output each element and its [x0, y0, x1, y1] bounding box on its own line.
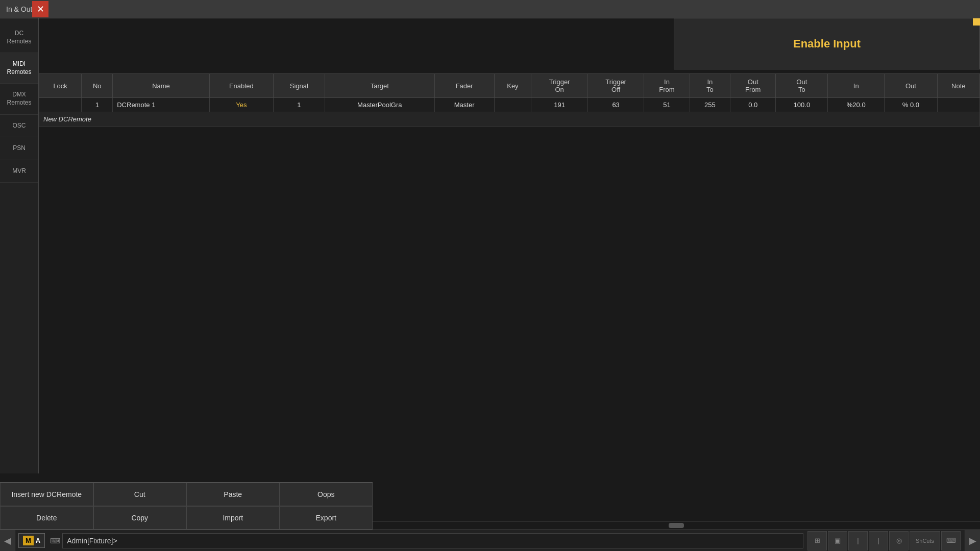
col-no: No [82, 74, 113, 98]
col-lock: Lock [39, 74, 82, 98]
sidebar-item-label: MVR [12, 167, 26, 176]
cut-button[interactable]: Cut [93, 483, 187, 506]
cell-in-to: 255 [690, 98, 730, 112]
display-icon[interactable]: ▣ [828, 531, 847, 550]
status-bar: ◀ M A ⌨ Admin[Fixture]> ⊞ ▣ | | ◎ ShCuts… [0, 530, 980, 551]
cell-key [494, 98, 531, 112]
divider-icon-1: | [848, 531, 868, 550]
sidebar-item-midi-remotes[interactable]: MIDIRemotes [0, 53, 38, 84]
toolbar-row-2: Delete Copy Import Export [0, 506, 373, 530]
network-icon[interactable]: ⊞ [807, 531, 827, 550]
cell-out-to: 100.0 [776, 98, 828, 112]
enable-input-indicator [973, 18, 980, 26]
export-button[interactable]: Export [280, 506, 373, 530]
enable-input-panel: Enable Input [674, 18, 980, 69]
col-target: Target [325, 74, 434, 98]
cell-in: %20.0 [828, 98, 885, 112]
col-fader: Fader [434, 74, 494, 98]
bottom-toolbar: Insert new DCRemote Cut Paste Oops Delet… [0, 482, 373, 530]
paste-button[interactable]: Paste [186, 483, 280, 506]
ma-badge: M A [18, 533, 45, 548]
cell-out-from: 0.0 [730, 98, 776, 112]
sidebar-item-mvr[interactable]: MVR [0, 160, 38, 183]
dc-remotes-label: DCRemotes [7, 30, 31, 45]
close-button[interactable]: ✕ [32, 1, 48, 17]
enable-input-button[interactable]: Enable Input [793, 37, 861, 51]
nav-right-button[interactable]: ▶ [965, 530, 980, 552]
col-out-to: OutTo [776, 74, 828, 98]
col-trigger-off: TriggerOff [587, 74, 644, 98]
col-key: Key [494, 74, 531, 98]
cell-in-from: 51 [644, 98, 690, 112]
command-line-input[interactable]: Admin[Fixture]> [62, 533, 803, 548]
new-dcremote-row[interactable]: New DCRemote [39, 112, 980, 127]
sidebar-item-label: DMXRemotes [7, 91, 31, 107]
sidebar-item-dmx-remotes[interactable]: DMXRemotes [0, 84, 38, 114]
command-line-text: Admin[Fixture]> [67, 537, 117, 545]
new-dcremote-label: New DCRemote [39, 112, 980, 127]
cell-lock [39, 98, 82, 112]
col-note: Note [937, 74, 979, 98]
sidebar-item-label: OSC [12, 122, 26, 130]
table-header-row: Lock No Name Enabled Signal Target Fader… [39, 74, 980, 98]
shortcuts-icon[interactable]: ShCuts [910, 531, 940, 550]
table-container[interactable]: Lock No Name Enabled Signal Target Fader… [39, 20, 980, 473]
delete-button[interactable]: Delete [0, 506, 93, 530]
ma-badge-m: M [23, 536, 34, 545]
divider-icon-2: | [869, 531, 888, 550]
copy-button[interactable]: Copy [93, 506, 187, 530]
ma-badge-a: A [36, 537, 40, 544]
col-enabled: Enabled [209, 74, 273, 98]
record-icon[interactable]: ◎ [889, 531, 909, 550]
import-button[interactable]: Import [186, 506, 280, 530]
scroll-indicator[interactable] [373, 521, 980, 530]
window-title: In & Out [6, 5, 32, 13]
col-signal: Signal [273, 74, 325, 98]
cell-name: DCRemote 1 [113, 98, 210, 112]
dc-remotes-section: DCRemotes [0, 22, 38, 53]
keyboard-layout-icon[interactable]: ⌨ [941, 531, 961, 550]
col-out: Out [885, 74, 937, 98]
nav-left-button[interactable]: ◀ [0, 530, 15, 552]
cell-target: MasterPoolGra [325, 98, 434, 112]
sidebar-item-label: PSN [13, 144, 26, 153]
cell-trigger-off: 63 [587, 98, 644, 112]
cell-note [937, 98, 979, 112]
col-in-from: InFrom [644, 74, 690, 98]
status-icons: ⊞ ▣ | | ◎ ShCuts ⌨ [807, 531, 961, 550]
content-area: Lock No Name Enabled Signal Target Fader… [39, 18, 980, 473]
cell-trigger-on: 191 [531, 98, 588, 112]
dc-remotes-table: Lock No Name Enabled Signal Target Fader… [39, 73, 980, 127]
sidebar-item-label: MIDIRemotes [7, 60, 31, 76]
col-trigger-on: TriggerOn [531, 74, 588, 98]
sidebar-item-psn[interactable]: PSN [0, 137, 38, 160]
cell-out: % 0.0 [885, 98, 937, 112]
sidebar: DCRemotes MIDIRemotes DMXRemotes OSC PSN… [0, 18, 39, 473]
sidebar-item-osc[interactable]: OSC [0, 115, 38, 138]
keyboard-icon[interactable]: ⌨ [50, 537, 60, 545]
title-bar: In & Out ✕ [0, 0, 980, 18]
table-row[interactable]: 1 DCRemote 1 Yes 1 MasterPoolGra Master … [39, 98, 980, 112]
col-out-from: OutFrom [730, 74, 776, 98]
main-layout: DCRemotes MIDIRemotes DMXRemotes OSC PSN… [0, 18, 980, 473]
insert-new-dcremote-button[interactable]: Insert new DCRemote [0, 483, 93, 506]
cell-no: 1 [82, 98, 113, 112]
col-in-to: InTo [690, 74, 730, 98]
cell-signal: 1 [273, 98, 325, 112]
col-in: In [828, 74, 885, 98]
cell-fader: Master [434, 98, 494, 112]
cell-enabled: Yes [209, 98, 273, 112]
col-name: Name [113, 74, 210, 98]
scroll-handle[interactable] [669, 523, 684, 528]
oops-button[interactable]: Oops [280, 483, 373, 506]
toolbar-row-1: Insert new DCRemote Cut Paste Oops [0, 483, 373, 506]
